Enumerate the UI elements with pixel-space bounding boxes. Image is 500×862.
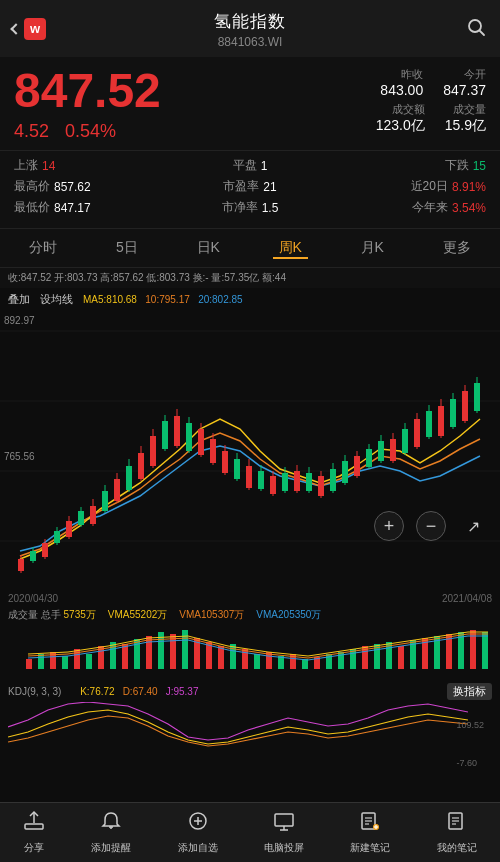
near20-value: 8.91%: [452, 180, 486, 194]
low-label: 最低价: [14, 199, 50, 216]
back-button[interactable]: w: [12, 18, 46, 40]
chart-controls: + − ↗: [374, 511, 488, 541]
high-value: 857.62: [54, 180, 91, 194]
total-vol-label: 成交量 总手 5735万: [8, 608, 96, 622]
date-left: 2020/04/30: [8, 593, 58, 604]
ma10-label: 10:795.17: [145, 294, 190, 305]
svg-rect-107: [302, 659, 308, 669]
flat-stat: 平盘 1: [171, 157, 328, 174]
yesterday-close-label: 昨收: [401, 67, 423, 82]
pe-stat: 市盈率 21: [171, 178, 328, 195]
y-label-top: 892.97: [4, 315, 35, 326]
svg-rect-91: [110, 642, 116, 669]
today-open-value: 847.37: [443, 82, 486, 98]
svg-line-1: [480, 30, 485, 35]
vma10-value: 5307万: [212, 609, 244, 620]
vma10-label: VMA105307万: [179, 608, 244, 622]
nav-screen[interactable]: 电脑投屏: [264, 810, 304, 855]
zoom-in-button[interactable]: +: [374, 511, 404, 541]
ma5-value: 810.68: [106, 294, 137, 305]
header-subtitle: 8841063.WI: [0, 35, 500, 49]
svg-rect-129: [275, 814, 293, 826]
svg-rect-101: [230, 644, 236, 669]
tab-yuek[interactable]: 月K: [355, 237, 390, 259]
ytd-stat: 今年来 3.54%: [329, 199, 486, 216]
price-meta-row-1: 昨收 843.00 今开 847.37: [380, 67, 486, 98]
overlay-button[interactable]: 叠加: [8, 292, 30, 307]
today-open: 今开 847.37: [443, 67, 486, 98]
price-change-value: 4.52: [14, 121, 49, 142]
chart-toolbar: 叠加 设均线 MA5:810.68 10:795.17 20:802.85: [0, 288, 500, 311]
turnover: 成交额 123.0亿: [376, 102, 425, 135]
nav-my-notes[interactable]: 我的笔记: [437, 810, 477, 855]
total-vol-value: 5735万: [64, 609, 96, 620]
nav-new-note[interactable]: 新建笔记: [350, 810, 390, 855]
pe-value: 21: [263, 180, 276, 194]
expand-button[interactable]: ↗: [458, 511, 488, 541]
up-label: 上涨: [14, 157, 38, 174]
pe-label: 市盈率: [223, 178, 259, 195]
nav-alert-label: 添加提醒: [91, 841, 131, 855]
svg-rect-122: [482, 632, 488, 669]
svg-rect-94: [146, 636, 152, 669]
screen-icon: [273, 810, 295, 837]
kdj-j: J:95.37: [166, 686, 199, 697]
down-value: 15: [473, 159, 486, 173]
kdj-chart: [8, 702, 468, 772]
flat-value: 1: [261, 159, 268, 173]
pb-value: 1.5: [262, 201, 279, 215]
near20-label: 近20日: [411, 178, 448, 195]
near20-stat: 近20日 8.91%: [329, 178, 486, 195]
tab-zhouk[interactable]: 周K: [273, 237, 308, 259]
kdj-title: KDJ(9, 3, 3): [8, 686, 61, 697]
volume-chart: [8, 624, 500, 679]
kdj-section: KDJ(9, 3, 3) K:76.72 D:67.40 J:95.37 换指标…: [0, 681, 500, 774]
switch-indicator-button[interactable]: 换指标: [447, 683, 492, 700]
svg-rect-123: [25, 824, 43, 829]
nav-screen-label: 电脑投屏: [264, 841, 304, 855]
kdj-chart-wrapper: 109.52 -7.60: [8, 702, 492, 772]
yesterday-close: 昨收 843.00: [380, 67, 423, 98]
tab-5ri[interactable]: 5日: [110, 237, 144, 259]
chart-date-bar: 2020/04/30 2021/04/08: [0, 591, 500, 606]
flat-label: 平盘: [233, 157, 257, 174]
price-right: 昨收 843.00 今开 847.37 成交额 123.0亿 成交量 15.9亿: [376, 67, 486, 135]
header-title: 氢能指数: [0, 10, 500, 33]
tabs-bar: 分时 5日 日K 周K 月K 更多: [0, 228, 500, 268]
low-stat: 最低价 847.17: [14, 199, 171, 216]
volume-value: 15.9亿: [445, 117, 486, 135]
svg-rect-84: [26, 659, 32, 669]
nav-alert[interactable]: 添加提醒: [91, 810, 131, 855]
stats-row-1: 上涨 14 平盘 1 下跌 15: [14, 157, 486, 174]
setline-button[interactable]: 设均线: [40, 292, 73, 307]
ma5-label: MA5:810.68: [83, 294, 137, 305]
search-button[interactable]: [466, 17, 486, 41]
vma20-value: 5350万: [289, 609, 321, 620]
nav-add-watchlist[interactable]: 添加自选: [178, 810, 218, 855]
svg-rect-92: [122, 644, 128, 669]
price-left: 847.52 4.52 0.54%: [14, 67, 376, 142]
pb-label: 市净率: [222, 199, 258, 216]
svg-rect-85: [38, 654, 44, 669]
svg-rect-87: [62, 656, 68, 669]
volume: 成交量 15.9亿: [445, 102, 486, 135]
kdj-y-top: 109.52: [456, 720, 484, 730]
ma-labels: MA5:810.68 10:795.17 20:802.85: [83, 294, 243, 305]
up-value: 14: [42, 159, 55, 173]
kdj-header: KDJ(9, 3, 3) K:76.72 D:67.40 J:95.37 换指标: [8, 683, 492, 700]
tab-rik[interactable]: 日K: [191, 237, 226, 259]
down-stat: 下跌 15: [329, 157, 486, 174]
turnover-label: 成交额: [392, 102, 425, 117]
price-changes: 4.52 0.54%: [14, 121, 376, 142]
stats-grid: 上涨 14 平盘 1 下跌 15 最高价 857.62 市盈率 21 近20日 …: [0, 150, 500, 228]
tab-fenshi[interactable]: 分时: [23, 237, 63, 259]
ma20-label: 20:802.85: [198, 294, 243, 305]
price-section: 847.52 4.52 0.54% 昨收 843.00 今开 847.37 成交…: [0, 57, 500, 150]
main-price: 847.52: [14, 67, 376, 115]
tab-more[interactable]: 更多: [437, 237, 477, 259]
nav-share[interactable]: 分享: [23, 810, 45, 855]
kdj-y-labels: 109.52 -7.60: [456, 720, 484, 768]
kdj-k: K:76.72: [80, 686, 114, 697]
bottom-nav: 分享 添加提醒 添加自选 电脑投屏: [0, 802, 500, 862]
zoom-out-button[interactable]: −: [416, 511, 446, 541]
